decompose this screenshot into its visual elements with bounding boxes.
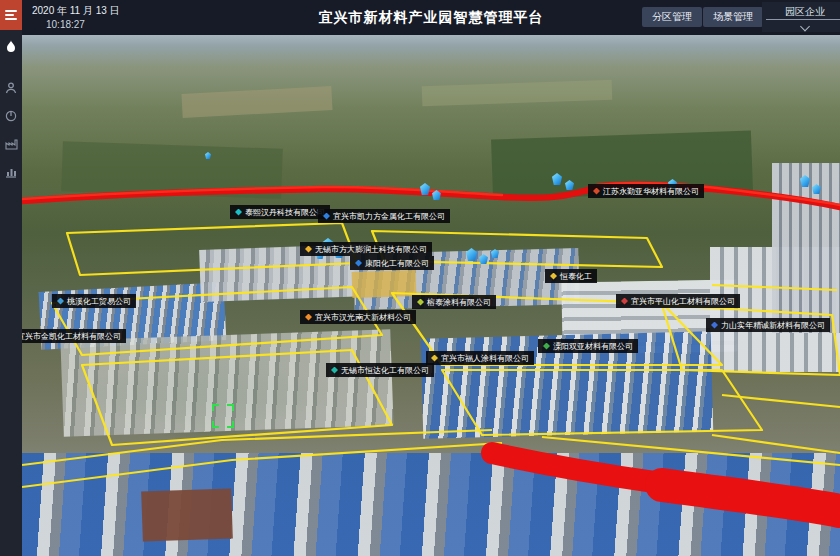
power-icon[interactable] [0, 104, 22, 128]
dropdown-underline [766, 19, 840, 20]
company-label[interactable]: 江苏永勤亚华材料有限公司 [588, 184, 704, 198]
company-label[interactable]: 宜兴市金凯化工材料有限公司 [22, 329, 126, 343]
flame-icon[interactable] [0, 34, 22, 58]
company-label[interactable]: 泰熙汉丹科技有限公司 [230, 205, 330, 219]
company-label-text: 榕泰涂料有限公司 [427, 297, 491, 308]
company-label-text: 无锡市方大膨润土科技有限公司 [315, 244, 427, 255]
company-marker-icon [305, 246, 312, 253]
company-marker-icon [621, 298, 628, 305]
factory-icon[interactable] [0, 132, 22, 156]
company-label[interactable]: 恒泰化工 [545, 269, 597, 283]
company-marker-icon [417, 299, 424, 306]
left-sidebar [0, 0, 22, 556]
company-label[interactable]: 榕泰涂料有限公司 [412, 295, 496, 309]
company-marker-icon [543, 343, 550, 350]
company-marker-icon [711, 322, 718, 329]
map-3d-scene[interactable]: 泰熙汉丹科技有限公司宜兴市凯力方金属化工有限公司江苏永勤亚华材料有限公司无锡市方… [22, 35, 840, 556]
park-company-dropdown-label: 园区企业 [762, 2, 840, 19]
company-label[interactable]: 宜兴市福人涂料有限公司 [426, 351, 534, 365]
company-label-text: 力山实年精诚新材料有限公司 [721, 320, 825, 331]
company-label-text: 无锡市恒达化工有限公司 [341, 365, 429, 376]
menu-icon[interactable] [0, 0, 22, 30]
company-marker-icon [305, 314, 312, 321]
company-label[interactable]: 无锡市方大膨润土科技有限公司 [300, 242, 432, 256]
company-label-text: 宜兴市平山化工材料有限公司 [631, 296, 735, 307]
company-label[interactable]: 康阳化工有限公司 [350, 256, 434, 270]
header-bar: 2020 年 11 月 13 日 10:18:27 宜兴市新材料产业园智慧管理平… [22, 0, 840, 35]
company-label-text: 宜兴市汉光南大新材料公司 [315, 312, 411, 323]
company-label-text: 宜兴市福人涂料有限公司 [441, 353, 529, 364]
company-marker-icon [355, 260, 362, 267]
company-label-text: 宜兴市凯力方金属化工有限公司 [333, 211, 445, 222]
park-company-dropdown[interactable]: 园区企业 [762, 2, 840, 32]
company-label[interactable]: 宜兴市平山化工材料有限公司 [616, 294, 740, 308]
company-label[interactable]: 宜兴市汉光南大新材料公司 [300, 310, 416, 324]
company-marker-icon [593, 188, 600, 195]
alert-road-top [22, 183, 840, 207]
company-label[interactable]: 宜兴市凯力方金属化工有限公司 [318, 209, 450, 223]
app-window: 2020 年 11 月 13 日 10:18:27 宜兴市新材料产业园智慧管理平… [0, 0, 840, 556]
company-marker-icon [235, 209, 242, 216]
company-label-text: 溧阳双亚材料有限公司 [553, 341, 633, 352]
company-label-text: 康阳化工有限公司 [365, 258, 429, 269]
company-marker-icon [331, 367, 338, 374]
company-label-text: 宜兴市金凯化工材料有限公司 [22, 331, 121, 342]
person-icon[interactable] [0, 76, 22, 100]
bar-chart-icon[interactable] [0, 160, 22, 184]
company-label[interactable]: 无锡市恒达化工有限公司 [326, 363, 434, 377]
company-marker-icon [323, 213, 330, 220]
selection-target-box [212, 404, 234, 428]
company-label[interactable]: 力山实年精诚新材料有限公司 [706, 318, 830, 332]
company-label-text: 泰熙汉丹科技有限公司 [245, 207, 325, 218]
company-label-text: 江苏永勤亚华材料有限公司 [603, 186, 699, 197]
alert-road-bottom [492, 453, 840, 511]
company-marker-icon [431, 355, 438, 362]
chevron-down-icon [800, 22, 810, 32]
zone-manage-button[interactable]: 分区管理 [642, 7, 702, 27]
company-marker-icon [550, 273, 557, 280]
company-label-text: 桃溪化工贸易公司 [67, 296, 131, 307]
company-label[interactable]: 溧阳双亚材料有限公司 [538, 339, 638, 353]
company-marker-icon [57, 298, 64, 305]
scene-manage-button[interactable]: 场景管理 [703, 7, 763, 27]
company-label[interactable]: 桃溪化工贸易公司 [52, 294, 136, 308]
company-label-text: 恒泰化工 [560, 271, 592, 282]
